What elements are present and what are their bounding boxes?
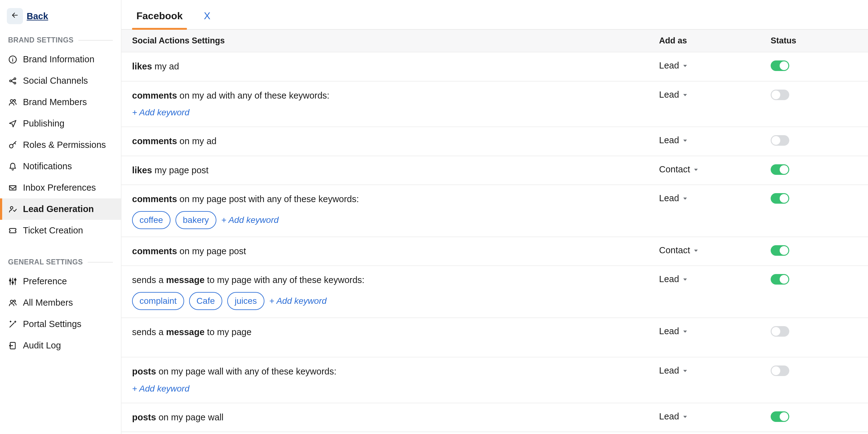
add-as-dropdown[interactable]: Lead (659, 365, 771, 376)
section-header-brand: BRAND SETTINGS (0, 33, 121, 47)
status-toggle[interactable] (771, 135, 789, 146)
add-as-dropdown[interactable]: Lead (659, 60, 771, 71)
svg-marker-27 (694, 250, 698, 251)
add-keyword-button[interactable]: + Add keyword (132, 106, 659, 119)
add-as-dropdown[interactable]: Lead (659, 134, 771, 145)
add-as-value: Contact (659, 245, 690, 255)
sidebar-item[interactable]: Inbox Preferences (0, 177, 121, 198)
users-icon (8, 98, 18, 107)
settings-row: sends a message to my pageLead (122, 318, 868, 358)
add-as-dropdown[interactable]: Lead (659, 326, 771, 336)
settings-row: comments on my page post with any of the… (122, 185, 868, 237)
svg-point-19 (10, 300, 13, 303)
sidebar-item-label: Social Channels (23, 75, 88, 86)
status-toggle[interactable] (771, 90, 789, 100)
add-as-dropdown[interactable]: Lead (659, 411, 771, 422)
sidebar-item[interactable]: Notifications (0, 156, 121, 177)
leads-icon (8, 205, 18, 214)
back-button[interactable] (7, 8, 23, 24)
sidebar-item[interactable]: Roles & Permissions (0, 134, 121, 156)
status-cell (771, 89, 858, 100)
status-cell (771, 273, 858, 285)
tab[interactable]: X (199, 10, 215, 29)
back-link[interactable]: Back (27, 11, 48, 21)
svg-marker-31 (683, 416, 687, 417)
chevron-down-icon (682, 411, 688, 422)
sliders-icon (8, 277, 18, 286)
status-toggle[interactable] (771, 274, 789, 285)
keyword-chip[interactable]: complaint (132, 292, 184, 310)
sidebar-item[interactable]: Lead Generation (0, 198, 121, 220)
sidebar-item-label: Roles & Permissions (23, 140, 106, 150)
sidebar-item[interactable]: Ticket Creation (0, 220, 121, 241)
row-description: comments on my page post with any of the… (132, 192, 659, 229)
keyword-chip[interactable]: juices (227, 292, 265, 310)
status-toggle[interactable] (771, 60, 789, 71)
users-icon (8, 298, 18, 308)
status-toggle[interactable] (771, 245, 789, 256)
svg-marker-28 (683, 279, 687, 281)
add-as-value: Lead (659, 135, 679, 145)
row-description: likes my page post (132, 164, 659, 177)
col-header-status: Status (771, 36, 858, 45)
inbox-icon (8, 183, 18, 192)
chevron-down-icon (682, 193, 688, 204)
sidebar-item-label: Lead Generation (23, 204, 94, 214)
svg-marker-29 (683, 331, 687, 332)
sidebar-item-label: All Members (23, 298, 73, 308)
sidebar-item[interactable]: Brand Information (0, 49, 121, 70)
chevron-down-icon (682, 90, 688, 100)
sidebar-item[interactable]: Audit Log (0, 335, 121, 356)
chevron-down-icon (693, 245, 699, 255)
status-cell (771, 245, 858, 256)
section-header-general: GENERAL SETTINGS (0, 255, 121, 269)
add-as-dropdown[interactable]: Lead (659, 273, 771, 284)
sidebar-item[interactable]: Publishing (0, 113, 121, 134)
row-description: likes my ad (132, 60, 659, 73)
status-cell (771, 192, 858, 204)
chevron-down-icon (682, 135, 688, 145)
col-header-settings: Social Actions Settings (132, 36, 659, 45)
add-as-dropdown[interactable]: Contact (659, 245, 771, 255)
sidebar-item[interactable]: Portal Settings (0, 313, 121, 335)
add-as-value: Lead (659, 366, 679, 376)
settings-row: likes my adLead (122, 52, 868, 82)
add-keyword-button[interactable]: + Add keyword (221, 214, 279, 227)
keyword-chip[interactable]: bakery (176, 211, 216, 229)
sidebar-item[interactable]: All Members (0, 292, 121, 313)
chevron-down-icon (693, 164, 699, 175)
status-toggle[interactable] (771, 164, 789, 175)
status-toggle[interactable] (771, 411, 789, 422)
svg-marker-22 (683, 65, 687, 67)
keyword-chip[interactable]: Cafe (189, 292, 222, 310)
status-toggle[interactable] (771, 366, 789, 376)
settings-row: likes my page postContact (122, 156, 868, 185)
row-description: sends a message to my page (132, 326, 659, 339)
section-header-label: BRAND SETTINGS (8, 36, 73, 44)
tab[interactable]: Facebook (132, 10, 187, 29)
status-toggle[interactable] (771, 193, 789, 204)
settings-row: comments on my ad with any of these keyw… (122, 82, 868, 127)
keyword-chip[interactable]: coffee (132, 211, 170, 229)
svg-marker-24 (683, 140, 687, 142)
svg-line-8 (11, 81, 14, 83)
sidebar-item[interactable]: Social Channels (0, 70, 121, 91)
status-toggle[interactable] (771, 326, 789, 337)
row-description: comments on my ad (132, 134, 659, 148)
rows-container: likes my adLeadcomments on my ad with an… (122, 52, 868, 434)
add-as-dropdown[interactable]: Lead (659, 192, 771, 204)
add-keyword-button[interactable]: + Add keyword (132, 382, 659, 395)
add-as-dropdown[interactable]: Lead (659, 89, 771, 100)
add-as-dropdown[interactable]: Contact (659, 164, 771, 175)
sidebar-item[interactable]: Preference (0, 271, 121, 292)
settings-row: comments on my adLead (122, 127, 868, 156)
keyword-chips: complaintCafejuices+ Add keyword (132, 292, 659, 310)
keyword-chips: coffeebakery+ Add keyword (132, 211, 659, 229)
sidebar-item-label: Preference (23, 276, 67, 286)
add-keyword-button[interactable]: + Add keyword (269, 294, 327, 308)
section-header-label: GENERAL SETTINGS (8, 258, 83, 266)
sidebar-item[interactable]: Brand Members (0, 91, 121, 113)
chevron-down-icon (682, 274, 688, 284)
chevron-down-icon (682, 366, 688, 376)
add-as-value: Lead (659, 326, 679, 336)
